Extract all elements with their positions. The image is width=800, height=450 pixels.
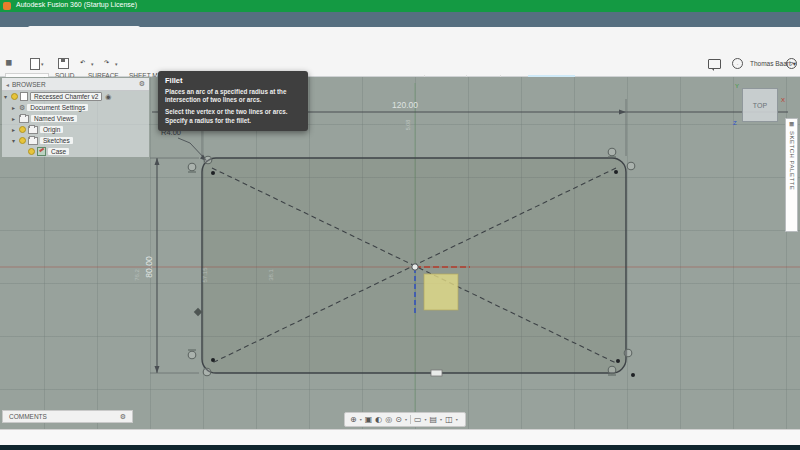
- grid-snaps-icon[interactable]: ▤: [430, 416, 438, 424]
- caret-icon: ▾: [425, 417, 427, 422]
- browser-item-label[interactable]: Origin: [40, 126, 63, 133]
- timeline-bar: |◀ ◀ ▶ ▶ ▶|: [0, 429, 800, 445]
- dim-arrow: [619, 110, 626, 115]
- browser-item-origin[interactable]: ▸ Origin: [2, 124, 149, 135]
- visibility-bulb-icon[interactable]: [19, 137, 26, 144]
- browser-item-sketches[interactable]: ▾ Sketches: [2, 135, 149, 146]
- title-bar: Autodesk Fusion 360 (Startup License): [0, 0, 800, 12]
- comment-icon[interactable]: [708, 59, 721, 69]
- caret-icon: ▾: [456, 417, 458, 422]
- sketch-point[interactable]: [616, 359, 620, 363]
- browser-collapse-icon[interactable]: ◂: [6, 81, 9, 88]
- height-dimension-value[interactable]: 80.00: [144, 256, 154, 278]
- expand-arrow-icon[interactable]: ▸: [10, 104, 17, 111]
- fillet-tooltip: Fillet Places an arc of a specified radi…: [158, 71, 308, 131]
- browser-item-label[interactable]: Case: [48, 148, 69, 155]
- viewcube[interactable]: TOP: [742, 88, 778, 122]
- document-tab-bar: Recessed...amfer v2 × +: [0, 12, 800, 27]
- undo-caret[interactable]: ▾: [91, 61, 94, 67]
- save-icon[interactable]: [58, 58, 69, 69]
- browser-item-label[interactable]: Sketches: [40, 137, 73, 144]
- sketch-point[interactable]: [614, 170, 618, 174]
- zoom-icon[interactable]: ⊙: [395, 416, 402, 424]
- pan-icon[interactable]: ⊕: [350, 416, 357, 424]
- look-at-icon[interactable]: ◎: [385, 416, 392, 424]
- collapsed-dimension-chip[interactable]: [431, 370, 442, 376]
- browser-item-case-sketch[interactable]: Case: [2, 146, 149, 157]
- job-status-icon[interactable]: ·: [732, 58, 743, 69]
- sketch-point[interactable]: [631, 373, 635, 377]
- caret-icon: ▾: [360, 417, 362, 422]
- dim-arrow: [155, 158, 160, 165]
- redo-caret[interactable]: ▾: [115, 61, 118, 67]
- reference-dimension[interactable]: 76.2: [134, 269, 140, 281]
- browser-item-label[interactable]: Document Settings: [27, 104, 88, 111]
- display-settings-icon[interactable]: ▭: [414, 416, 422, 424]
- app-menu-icon[interactable]: ▦: [6, 57, 11, 67]
- sketch-palette-label: SKETCH PALETTE: [789, 131, 795, 190]
- offset-dimension-value[interactable]: 5.08: [405, 120, 411, 131]
- browser-settings-gear-icon[interactable]: ⚙: [139, 80, 145, 88]
- browser-item-root[interactable]: ▾ Recessed Chamfer v2 ◉: [2, 91, 149, 102]
- visibility-bulb-icon[interactable]: [28, 148, 35, 155]
- document-icon: [20, 92, 28, 101]
- tangent-constraint-glyph[interactable]: [608, 366, 616, 374]
- sketch-point[interactable]: [211, 171, 215, 175]
- free-orbit-icon[interactable]: ◐: [375, 416, 382, 424]
- viewports-icon[interactable]: ◫: [445, 416, 453, 424]
- reference-dimension[interactable]: 57.15: [202, 267, 208, 283]
- undo-icon[interactable]: ↶: [80, 57, 85, 67]
- tangent-constraint-glyph[interactable]: [188, 351, 196, 359]
- comments-bar[interactable]: COMMENTS ⚙: [2, 410, 133, 423]
- navbar-separator: [410, 415, 411, 424]
- selection-highlight[interactable]: [424, 274, 458, 310]
- caret-icon: ▾: [440, 417, 442, 422]
- file-menu-caret[interactable]: ▾: [41, 61, 44, 67]
- dim-arrow: [155, 366, 160, 373]
- tangent-constraint-glyph[interactable]: [188, 163, 196, 171]
- sketch-point[interactable]: [211, 358, 215, 362]
- window-title: Autodesk Fusion 360 (Startup License): [16, 1, 137, 8]
- visibility-bulb-icon[interactable]: [19, 126, 26, 133]
- folder-icon: [19, 115, 29, 123]
- toolbar: ▦ ▾ ↶ ▾ ↷ ▾ · Thomas Baart ▾ ? DESIGN ▾ …: [0, 27, 800, 77]
- expand-arrow-icon[interactable]: ▾: [2, 93, 9, 100]
- palette-grid-icon: ▦: [786, 120, 797, 128]
- browser-panel: ◂ BROWSER ⚙ ▾ Recessed Chamfer v2 ◉ ▸ ⚙ …: [2, 78, 149, 157]
- width-dimension-value[interactable]: 120.00: [392, 100, 418, 110]
- expand-arrow-icon[interactable]: ▸: [10, 115, 17, 122]
- activate-component-icon[interactable]: ◉: [105, 93, 111, 101]
- visibility-bulb-icon[interactable]: [11, 93, 18, 100]
- origin-point[interactable]: [412, 264, 418, 270]
- browser-item-document-settings[interactable]: ▸ ⚙ Document Settings: [2, 102, 149, 113]
- browser-item-label[interactable]: Named Views: [31, 115, 77, 122]
- reference-dimension[interactable]: 38.1: [268, 269, 274, 281]
- sketch-palette-tab[interactable]: ▦ SKETCH PALETTE: [785, 118, 798, 232]
- folder-icon: [28, 126, 38, 134]
- expand-arrow-icon[interactable]: ▾: [10, 137, 17, 144]
- tooltip-description: Places an arc of a specified radius at t…: [165, 88, 301, 104]
- redo-icon[interactable]: ↷: [104, 57, 109, 67]
- tangent-constraint-glyph[interactable]: [608, 148, 616, 156]
- edge-marker[interactable]: [194, 308, 202, 316]
- tooltip-title: Fillet: [165, 76, 301, 85]
- viewcube-z-axis-label: Z: [733, 120, 737, 126]
- comments-gear-icon[interactable]: ⚙: [120, 413, 126, 421]
- sketch-icon: [37, 147, 46, 156]
- expand-arrow-icon[interactable]: ▸: [10, 126, 17, 133]
- tangent-constraint-glyph[interactable]: [204, 156, 212, 164]
- caret-icon: ▾: [405, 417, 407, 422]
- fit-icon[interactable]: ▣: [365, 416, 373, 424]
- browser-item-label[interactable]: Recessed Chamfer v2: [30, 92, 102, 101]
- tangent-constraint-glyph[interactable]: [627, 162, 635, 170]
- bottom-strip: [0, 445, 800, 450]
- help-icon[interactable]: ?: [786, 58, 797, 69]
- folder-icon: [28, 137, 38, 145]
- viewcube-y-axis-label: Y: [735, 83, 739, 89]
- tangent-constraint-glyph[interactable]: [624, 349, 632, 357]
- file-menu-icon[interactable]: [30, 58, 40, 70]
- browser-header[interactable]: ◂ BROWSER ⚙: [2, 78, 149, 91]
- tangent-constraint-glyph[interactable]: [203, 368, 211, 376]
- browser-item-named-views[interactable]: ▸ Named Views: [2, 113, 149, 124]
- tooltip-instruction: Select the vertex or the two lines or ar…: [165, 108, 301, 124]
